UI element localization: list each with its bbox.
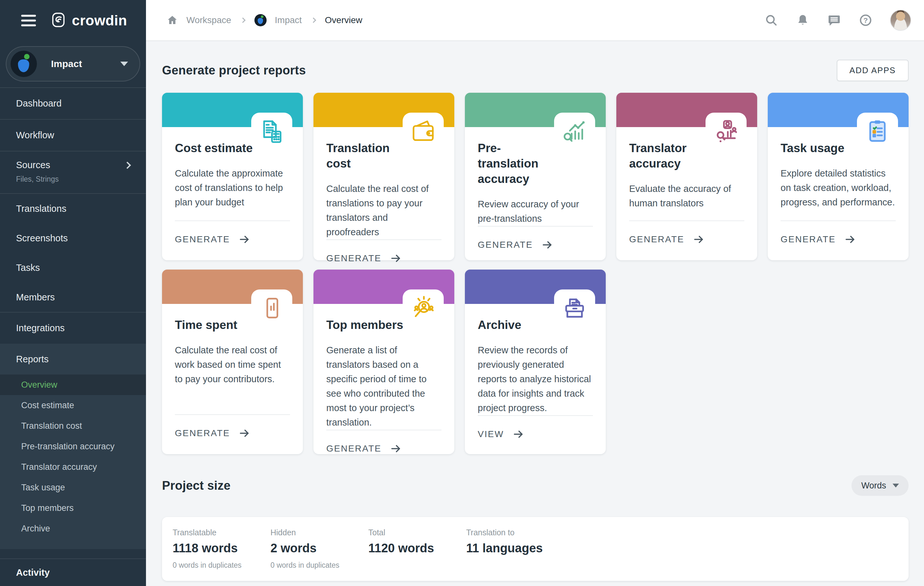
generate-button[interactable]: GENERATE [780,221,896,260]
sidebar-item-workflow[interactable]: Workflow [0,120,146,151]
project-size-title: Project size [162,479,231,493]
card-description: Review accuracy of your pre-translations [478,197,593,226]
crowdin-wordmark: crowdin [72,13,127,28]
generate-button[interactable]: GENERATE [175,414,290,454]
stat-label: Translation to [466,528,564,538]
breadcrumb-project[interactable]: Impact [275,15,302,25]
search-icon[interactable] [764,13,778,27]
stat-value: 1120 words [368,541,466,555]
action-label: GENERATE [478,240,533,250]
arrow-right-icon [844,233,856,246]
reports-submenu-pre-translation-accuracy[interactable]: Pre-translation accuracy [0,436,146,457]
generate-button[interactable]: GENERATE [326,430,441,469]
card-description: Explore detailed statistics on task crea… [780,166,896,210]
crowdin-logo-icon [50,12,67,30]
stat-label: Hidden [271,528,368,538]
member-search-icon [403,289,444,327]
messages-icon[interactable] [827,13,841,27]
sidebar-item-translations[interactable]: Translations [0,194,146,223]
reports-submenu-task-usage[interactable]: Task usage [0,477,146,498]
reports-submenu-translator-accuracy[interactable]: Translator accuracy [0,457,146,477]
breadcrumb-current-page: Overview [325,15,363,25]
sidebar-item-integrations[interactable]: Integrations [0,313,146,344]
clipboard-checklist-icon [857,113,898,150]
card-header [465,93,606,127]
units-dropdown-value: Words [861,481,886,491]
sidebar-item-label: Sources [16,160,50,170]
page-title: Generate project reports [162,64,306,78]
arrow-right-icon [238,233,251,246]
stat-value: 2 words [271,541,368,555]
card-archive: Archive Review the records of previously… [465,269,606,454]
card-header [162,269,303,304]
stat-label: Total [368,528,466,538]
chevron-right-icon [310,18,316,23]
add-apps-button[interactable]: ADD APPS [837,60,909,81]
breadcrumb-workspace[interactable]: Workspace [186,15,231,25]
topbar-actions: ? [764,10,911,31]
sidebar-item-subtitle: Files, Strings [16,175,131,183]
chevron-down-icon [120,62,128,66]
project-selector[interactable]: Impact [6,46,140,81]
card-description: Calculate the approximate cost of transl… [175,166,290,210]
card-header [616,93,757,127]
sidebar-item-members[interactable]: Members [0,282,146,312]
time-card-icon [251,289,292,327]
project-name: Impact [51,58,120,69]
card-header [465,269,606,304]
view-button[interactable]: VIEW [478,415,593,455]
home-icon[interactable] [167,15,178,26]
sidebar-item-screenshots[interactable]: Screenshots [0,223,146,253]
action-label: GENERATE [780,234,836,244]
card-top-members: Top members Generate a list of translato… [314,269,454,454]
action-label: GENERATE [326,444,381,454]
arrow-right-icon [693,233,705,246]
sidebar-item-dashboard[interactable]: Dashboard [0,88,146,119]
card-description: Review the records of previously generat… [478,343,593,415]
card-description: Evaluate the accuracy of human translato… [629,182,744,211]
help-icon[interactable]: ? [858,13,873,27]
generate-button[interactable]: GENERATE [629,221,744,260]
bell-icon[interactable] [796,13,810,27]
sidebar-item-sources[interactable]: Sources Files, Strings [0,152,146,193]
reports-submenu-translation-cost[interactable]: Translation cost [0,416,146,436]
reports-submenu-top-members[interactable]: Top members [0,498,146,518]
action-label: VIEW [478,429,504,439]
sidebar-item-activity[interactable]: Activity [0,558,146,586]
stat-note: 0 words in duplicates [173,561,271,570]
topbar: Workspace Impact Overview [146,0,924,41]
card-translation-cost: Translation cost Calculate the real cost… [314,93,454,260]
chevron-right-icon [124,162,131,169]
card-pre-translation-accuracy: Pre-translation accuracy Review accuracy… [465,93,606,260]
reports-submenu-cost-estimate[interactable]: Cost estimate [0,395,146,416]
reports-submenu-archive[interactable]: Archive [0,518,146,539]
svg-text:?: ? [863,16,868,25]
card-description: Generate a list of translators based on … [326,343,441,430]
wallet-icon [403,113,444,150]
units-dropdown[interactable]: Words [851,475,909,496]
crowdin-app: crowdin Impact Dashboard Workflow Source… [0,0,924,586]
arrow-right-icon [541,239,553,251]
sidebar-header: crowdin [0,0,146,41]
stat-note [368,561,466,570]
card-task-usage: Task usage Explore detailed statistics o… [768,93,909,260]
sidebar-item-tasks[interactable]: Tasks [0,253,146,282]
generate-button[interactable]: GENERATE [478,226,593,266]
stat-note [466,561,564,570]
stat-note: 0 words in duplicates [271,561,368,570]
main-content: Generate project reports ADD APPS [146,41,924,586]
stat-translation-to: Translation to 11 languages [466,528,564,570]
menu-icon[interactable] [21,15,36,26]
stat-label: Translatable [173,528,271,538]
user-avatar[interactable] [890,10,911,31]
arrow-right-icon [238,427,251,439]
generate-button[interactable]: GENERATE [175,221,290,260]
arrow-right-icon [390,252,402,264]
stat-translatable: Translatable 1118 words 0 words in dupli… [173,528,271,570]
action-label: GENERATE [175,234,230,244]
action-label: GENERATE [326,253,381,264]
reports-submenu-overview[interactable]: Overview [0,375,146,395]
crowdin-logo[interactable]: crowdin [50,12,127,30]
breadcrumb-project-avatar [254,14,267,26]
sidebar-item-reports[interactable]: Reports [0,344,146,375]
